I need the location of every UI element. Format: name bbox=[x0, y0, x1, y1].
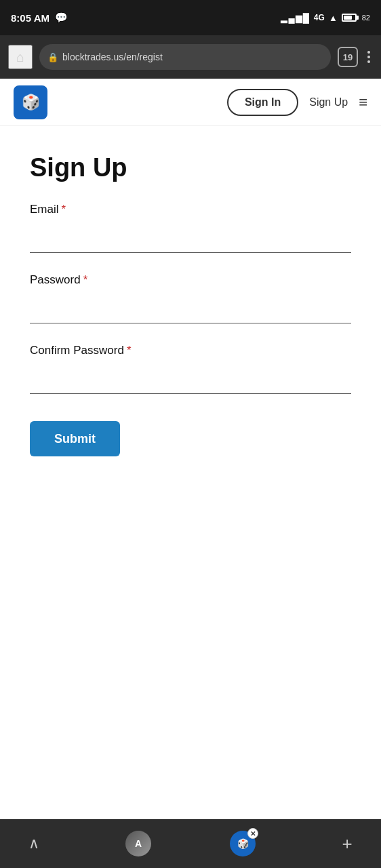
hamburger-menu-button[interactable]: ≡ bbox=[359, 94, 367, 111]
home-icon: ⌂ bbox=[16, 50, 24, 65]
active-tab-button[interactable]: 🎲 ✕ bbox=[228, 829, 258, 859]
active-tab-icon: 🎲 ✕ bbox=[230, 831, 256, 856]
bottom-nav: ∧ A 🎲 ✕ + bbox=[0, 819, 381, 868]
signin-button[interactable]: Sign In bbox=[227, 89, 298, 116]
battery-indicator: 82 bbox=[342, 14, 370, 22]
email-input[interactable] bbox=[30, 223, 351, 253]
email-field-group: Email * bbox=[30, 203, 351, 253]
close-badge: ✕ bbox=[247, 828, 258, 839]
page-title: Sign Up bbox=[30, 153, 351, 182]
status-right: ▂▄▆█ 4G ▲ 82 bbox=[281, 13, 370, 23]
new-tab-button[interactable]: + bbox=[332, 829, 362, 859]
network-type: 4G bbox=[314, 13, 325, 22]
time-display: 8:05 AM bbox=[11, 12, 49, 24]
site-nav: 🎲 Sign In Sign Up ≡ bbox=[0, 79, 381, 126]
status-bar: 8:05 AM 💬 ▂▄▆█ 4G ▲ 82 bbox=[0, 0, 381, 35]
confirm-password-label: Confirm Password * bbox=[30, 344, 351, 357]
logo-icon: 🎲 bbox=[22, 94, 40, 111]
confirm-password-input[interactable] bbox=[30, 364, 351, 394]
signal-icon: ▂▄▆█ bbox=[281, 13, 309, 23]
confirm-password-required-star: * bbox=[127, 344, 132, 357]
confirm-password-field-group: Confirm Password * bbox=[30, 344, 351, 394]
address-bar[interactable]: 🔒 blocktrades.us/en/regist bbox=[39, 44, 331, 70]
password-required-star: * bbox=[83, 273, 88, 287]
battery-percent: 82 bbox=[362, 14, 370, 22]
lock-icon: 🔒 bbox=[47, 52, 58, 62]
password-field-group: Password * bbox=[30, 273, 351, 323]
site-logo: 🎲 bbox=[14, 85, 47, 119]
status-left: 8:05 AM 💬 bbox=[11, 12, 68, 24]
email-label: Email * bbox=[30, 203, 351, 216]
url-text: blocktrades.us/en/regist bbox=[62, 52, 323, 62]
browser-bar: ⌂ 🔒 blocktrades.us/en/regist 19 bbox=[0, 35, 381, 79]
main-content: Sign Up Email * Password * Confirm Passw… bbox=[0, 126, 381, 819]
whatsapp-icon: 💬 bbox=[55, 12, 68, 24]
back-button[interactable]: ∧ bbox=[19, 829, 49, 859]
tab-count[interactable]: 19 bbox=[338, 47, 358, 67]
browser-menu-button[interactable] bbox=[365, 48, 373, 66]
plus-icon: + bbox=[342, 833, 352, 854]
email-required-star: * bbox=[62, 203, 66, 216]
password-input[interactable] bbox=[30, 294, 351, 323]
arc-logo: A bbox=[125, 831, 151, 856]
signup-form: Email * Password * Confirm Password * Su… bbox=[30, 203, 351, 456]
submit-button[interactable]: Submit bbox=[30, 421, 120, 456]
arc-button[interactable]: A bbox=[123, 829, 153, 859]
signup-link[interactable]: Sign Up bbox=[309, 96, 348, 108]
back-icon: ∧ bbox=[28, 835, 39, 852]
wifi-icon: ▲ bbox=[329, 13, 338, 23]
password-label: Password * bbox=[30, 273, 351, 287]
browser-home-button[interactable]: ⌂ bbox=[8, 45, 33, 69]
